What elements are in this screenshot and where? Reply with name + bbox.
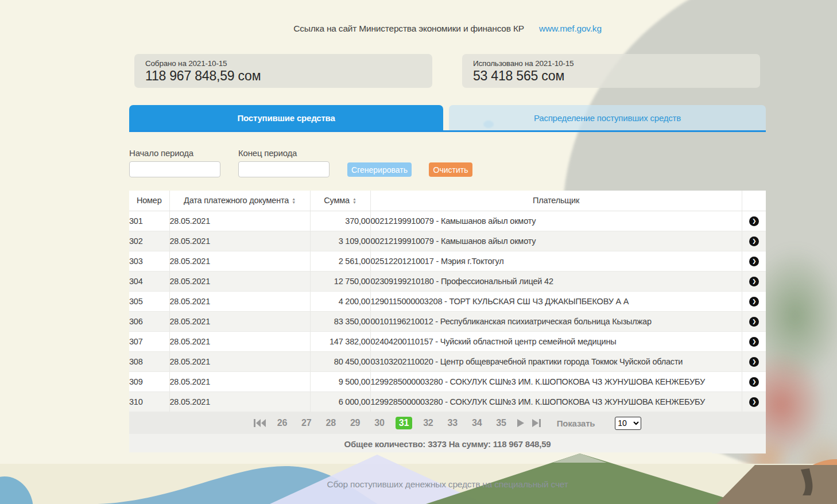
row-details-arrow-icon[interactable]: ❯ <box>749 377 759 387</box>
cell-amount: 2 561,00 <box>310 251 370 271</box>
clear-button[interactable]: Очистить <box>429 162 472 177</box>
table-row: 30828.05.202180 450,0003103202110020 - Ц… <box>129 351 766 371</box>
period-start-input[interactable] <box>129 161 220 177</box>
collected-summary-box: Собрано на 2021-10-15 118 967 848,59 сом <box>134 54 432 88</box>
cell-payer: 02404200110157 - Чуйский областной центр… <box>370 331 742 351</box>
row-details-arrow-icon[interactable]: ❯ <box>749 357 759 367</box>
cell-number: 309 <box>129 371 169 391</box>
cell-number: 303 <box>129 251 169 271</box>
cell-date: 28.05.2021 <box>169 351 310 371</box>
table-row: 30228.05.20213 109,0000212199910079 - Ка… <box>129 231 766 251</box>
cell-payer: 02309199210180 - Профессиональный лицей … <box>370 271 742 291</box>
cell-payer: 00101196210012 - Республиканская психиат… <box>370 311 742 331</box>
cell-payer: 1299285000003280 - СОКУЛУК СШ№3 ИМ. К.ШО… <box>370 391 742 412</box>
sort-icon[interactable]: ▲▼ <box>352 197 356 204</box>
period-end-label: Конец периода <box>238 148 297 158</box>
page-button[interactable]: 32 <box>420 417 436 429</box>
cell-date: 28.05.2021 <box>169 291 310 311</box>
used-summary-box: Использовано на 2021-10-15 53 418 565 со… <box>462 54 760 88</box>
row-details-arrow-icon[interactable]: ❯ <box>749 317 759 327</box>
cell-amount: 4 200,00 <box>310 291 370 311</box>
page-button-active[interactable]: 31 <box>396 417 412 429</box>
cell-amount: 12 750,00 <box>310 271 370 291</box>
cell-date: 28.05.2021 <box>169 331 310 351</box>
table-row: 30628.05.202183 350,0000101196210012 - Р… <box>129 311 766 331</box>
page-button[interactable]: 35 <box>493 417 509 429</box>
table-row: 31028.05.20216 000,001299285000003280 - … <box>129 391 766 412</box>
cell-actions: ❯ <box>742 291 766 311</box>
sort-icon[interactable]: ▲▼ <box>292 197 296 204</box>
cell-date: 28.05.2021 <box>169 211 310 231</box>
table-header-row: Номер Дата платежного документа▲▼ Сумма▲… <box>129 191 766 211</box>
page-size-select[interactable]: 10 <box>615 417 641 430</box>
cell-actions: ❯ <box>742 211 766 231</box>
header-link-row: Ссылка на сайт Министерства экономики и … <box>129 24 766 34</box>
cell-number: 302 <box>129 231 169 251</box>
last-page-icon[interactable] <box>532 419 541 427</box>
tab-distribution-of-funds[interactable]: Распределение поступивших средств <box>449 105 766 130</box>
tab-received-funds[interactable]: Поступившие средства <box>129 105 443 130</box>
cell-actions: ❯ <box>742 331 766 351</box>
table-row: 30428.05.202112 750,0002309199210180 - П… <box>129 271 766 291</box>
row-details-arrow-icon[interactable]: ❯ <box>749 337 759 347</box>
cell-actions: ❯ <box>742 351 766 371</box>
cell-number: 306 <box>129 311 169 331</box>
row-details-arrow-icon[interactable]: ❯ <box>749 216 759 226</box>
page-button[interactable]: 33 <box>444 417 461 429</box>
row-details-arrow-icon[interactable]: ❯ <box>749 277 759 286</box>
cell-number: 301 <box>129 211 169 231</box>
page-button[interactable]: 29 <box>347 417 363 429</box>
pagination-bar: 26272829303132333435 Показать 10 <box>129 412 766 434</box>
cell-amount: 6 000,00 <box>310 391 370 412</box>
cell-date: 28.05.2021 <box>169 391 310 412</box>
cell-actions: ❯ <box>742 311 766 331</box>
tab-underline <box>129 130 766 132</box>
cell-date: 28.05.2021 <box>169 271 310 291</box>
cell-amount: 3 109,00 <box>310 231 370 251</box>
row-details-arrow-icon[interactable]: ❯ <box>749 397 759 407</box>
column-actions <box>742 191 766 211</box>
first-page-icon[interactable] <box>254 419 266 427</box>
cell-date: 28.05.2021 <box>169 251 310 271</box>
column-amount[interactable]: Сумма▲▼ <box>310 191 370 211</box>
column-date[interactable]: Дата платежного документа▲▼ <box>169 191 310 211</box>
generate-button[interactable]: Сгенерировать <box>347 162 412 177</box>
cell-actions: ❯ <box>742 231 766 251</box>
cell-number: 307 <box>129 331 169 351</box>
cell-payer: 02512201210017 - Мэрия г.Токтогул <box>370 251 742 271</box>
page-button[interactable]: 26 <box>274 417 290 429</box>
cell-amount: 9 500,00 <box>310 371 370 391</box>
totals-bar: Общее количество: 3373 На сумму: 118 967… <box>129 434 766 453</box>
table-row: 30328.05.20212 561,0002512201210017 - Мэ… <box>129 251 766 271</box>
row-details-arrow-icon[interactable]: ❯ <box>749 297 759 307</box>
mef-link-label: Ссылка на сайт Министерства экономики и … <box>293 24 524 33</box>
page-button[interactable]: 28 <box>323 417 339 429</box>
cell-amount: 147 382,00 <box>310 331 370 351</box>
cell-payer: 00212199910079 - Камышанов айыл окмоту <box>370 211 742 231</box>
column-number: Номер <box>129 191 169 211</box>
mef-link[interactable]: www.mef.gov.kg <box>539 24 602 33</box>
cell-payer: 00212199910079 - Камышанов айыл окмоту <box>370 231 742 251</box>
row-details-arrow-icon[interactable]: ❯ <box>749 237 759 246</box>
cell-actions: ❯ <box>742 271 766 291</box>
collected-label: Собрано на 2021-10-15 <box>145 59 421 68</box>
footer-caption: Сбор поступивших денежных средств на спе… <box>129 479 766 490</box>
page-button[interactable]: 30 <box>371 417 388 429</box>
row-details-arrow-icon[interactable]: ❯ <box>749 257 759 266</box>
page-button[interactable]: 27 <box>298 417 315 429</box>
column-payer: Плательщик <box>370 191 742 211</box>
pagination-pages: 26272829303132333435 <box>274 417 510 429</box>
period-start-label: Начало периода <box>129 148 193 158</box>
totals-text: Общее количество: 3373 На сумму: 118 967… <box>344 439 551 449</box>
cell-date: 28.05.2021 <box>169 231 310 251</box>
cell-amount: 370,00 <box>310 211 370 231</box>
table-body: 30128.05.2021370,0000212199910079 - Камы… <box>129 211 766 412</box>
cell-date: 28.05.2021 <box>169 311 310 331</box>
next-page-icon[interactable] <box>517 419 525 427</box>
period-end-input[interactable] <box>238 161 330 177</box>
page-button[interactable]: 34 <box>468 417 485 429</box>
cell-actions: ❯ <box>742 251 766 271</box>
cell-amount: 83 350,00 <box>310 311 370 331</box>
cell-number: 305 <box>129 291 169 311</box>
collected-value: 118 967 848,59 сом <box>145 68 421 84</box>
